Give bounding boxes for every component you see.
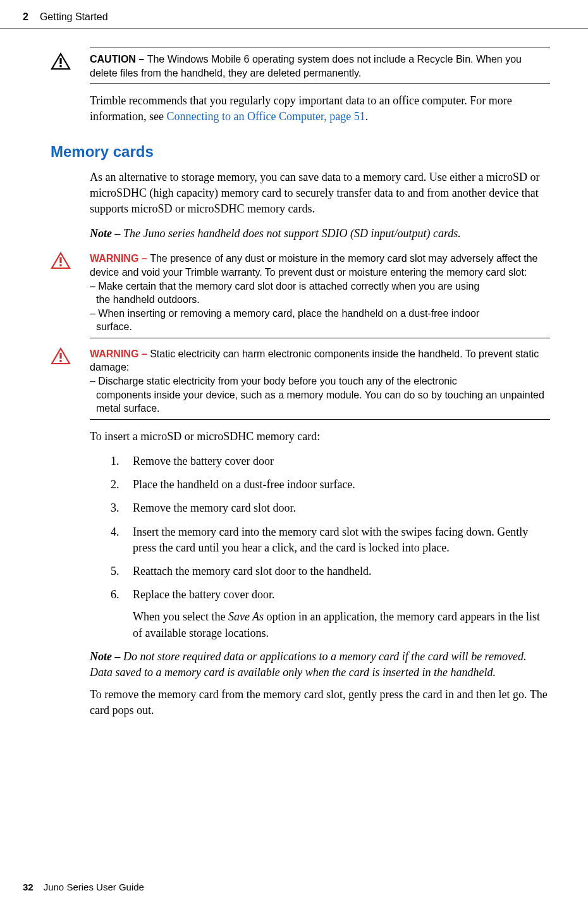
- paragraph-recommendation: Trimble recommends that you regularly co…: [90, 93, 550, 125]
- step-sub-note: When you select the Save As option in an…: [133, 609, 550, 641]
- warning-block-static: WARNING – Static electricity can harm el…: [51, 342, 550, 420]
- caution-body: The Windows Mobile 6 operating system do…: [90, 54, 522, 78]
- warning-icon: [51, 252, 90, 334]
- warning-text: WARNING – Static electricity can harm el…: [90, 347, 550, 416]
- warning-label: WARNING –: [90, 253, 150, 264]
- link-connecting-office[interactable]: Connecting to an Office Computer, page 5…: [166, 110, 365, 123]
- paragraph-insert-intro: To insert a microSD or microSDHC memory …: [90, 429, 550, 445]
- svg-rect-4: [59, 353, 61, 359]
- page-number: 32: [23, 882, 34, 892]
- svg-rect-3: [59, 264, 61, 266]
- steps-list: 1.Remove the battery cover door 2.Place …: [111, 453, 550, 641]
- svg-rect-5: [59, 360, 61, 362]
- page-header: 2 Getting Started: [0, 0, 588, 28]
- svg-rect-2: [59, 257, 61, 263]
- heading-memory-cards: Memory cards: [51, 143, 550, 161]
- list-item: 1.Remove the battery cover door: [111, 453, 550, 469]
- list-item: 3.Remove the memory card slot door.: [111, 500, 550, 516]
- page-content: CAUTION – The Windows Mobile 6 operating…: [0, 28, 588, 718]
- caution-block: CAUTION – The Windows Mobile 6 operating…: [51, 47, 550, 84]
- warning-text: WARNING – The presence of any dust or mo…: [90, 252, 550, 334]
- warning-block-dust: WARNING – The presence of any dust or mo…: [51, 247, 550, 338]
- paragraph-memory-intro: As an alternative to storage memory, you…: [90, 169, 550, 218]
- caution-text: CAUTION – The Windows Mobile 6 operating…: [90, 52, 550, 80]
- note-storage: Note – Do not store required data or app…: [90, 649, 550, 680]
- list-item: 5.Reattach the memory card slot door to …: [111, 563, 550, 579]
- svg-rect-1: [59, 65, 61, 67]
- footer-title: Juno Series User Guide: [44, 882, 144, 892]
- chapter-number: 2: [23, 11, 28, 23]
- note-sdio: Note – The Juno series handheld does not…: [90, 226, 550, 242]
- list-item: 6.Replace the battery cover door. When y…: [111, 587, 550, 641]
- warning-label: WARNING –: [90, 348, 150, 359]
- caution-label: CAUTION –: [90, 54, 147, 65]
- caution-icon: [51, 52, 90, 80]
- svg-rect-0: [59, 58, 61, 64]
- chapter-title: Getting Started: [40, 11, 108, 23]
- warning-icon: [51, 347, 90, 416]
- list-item: 4.Insert the memory card into the memory…: [111, 524, 550, 556]
- page-footer: 32Juno Series User Guide: [23, 882, 144, 892]
- list-item: 2.Place the handheld on a dust-free indo…: [111, 477, 550, 493]
- paragraph-remove: To remove the memory card from the memor…: [90, 687, 550, 718]
